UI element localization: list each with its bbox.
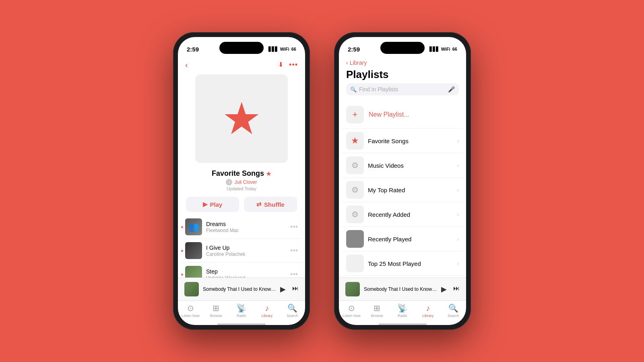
song-star-indicator: ★	[180, 225, 184, 229]
tab-label-search-1: Search	[287, 314, 298, 318]
album-art: ★	[195, 74, 288, 163]
list-item[interactable]: ★ Favorite Songs ›	[342, 129, 463, 153]
list-item[interactable]: ★ 👥 Dreams Fleetwood Mac •••	[181, 215, 302, 239]
library-icon-2: ♪	[426, 304, 430, 313]
mini-forward-button-1[interactable]: ⏭	[292, 285, 299, 294]
song-thumb-givegup	[185, 242, 202, 259]
more-button-1[interactable]: •••	[289, 61, 298, 69]
mini-player-song-2: Somebody That I Used to Know (...	[364, 286, 437, 292]
list-item[interactable]: ⚙ Recently Added ›	[342, 202, 463, 227]
playlists-header: ‹ Library Playlists 🔍 Find in Playlists …	[339, 58, 466, 101]
status-icons-2: ▋▋▋ WiFi 66	[429, 47, 457, 52]
list-item[interactable]: ★ Step Vampire Weekend •••	[181, 263, 302, 278]
list-item[interactable]: Recently Played ›	[342, 227, 463, 251]
shuffle-button[interactable]: ⇄ Shuffle	[244, 197, 297, 212]
tab-listen-now-1[interactable]: ⊙ Listen Now	[178, 303, 203, 318]
song-info-step: Step Vampire Weekend	[206, 268, 286, 278]
search-bar-2[interactable]: 🔍 Find in Playlists 🎤	[346, 83, 459, 95]
playlist-thumb-favorites: ★	[346, 132, 364, 150]
wifi-icon-1: WiFi	[280, 47, 289, 51]
back-chevron-2: ‹	[346, 60, 348, 66]
browse-icon-1: ⊞	[213, 303, 219, 313]
dynamic-island-2	[380, 42, 425, 54]
new-playlist-item[interactable]: + New Playlist...	[342, 101, 463, 129]
back-button-1[interactable]: ‹	[185, 60, 188, 70]
mini-player-thumb-1	[184, 282, 199, 296]
chevron-right-recently-played: ›	[457, 236, 459, 242]
mini-player-controls-2: ▶ ⏭	[441, 285, 460, 294]
song-thumb-step	[185, 266, 202, 278]
phone-2-screen: 2:59 ▋▋▋ WiFi 66 ‹ Library Playlists 🔍 F…	[339, 37, 466, 325]
gear-icon-top-rated: ⚙	[351, 185, 359, 195]
tab-label-search-2: Search	[448, 314, 459, 318]
new-playlist-icon: +	[346, 106, 364, 123]
mini-forward-button-2[interactable]: ⏭	[453, 285, 460, 294]
nav-icons-right-1: ⬇ •••	[278, 61, 298, 69]
tab-radio-1[interactable]: 📡 Radio	[229, 303, 254, 318]
tab-browse-1[interactable]: ⊞ Browse	[203, 303, 229, 318]
mic-icon-2[interactable]: 🎤	[448, 86, 455, 93]
home-indicator-2	[378, 323, 427, 325]
chevron-right-favorites: ›	[457, 138, 459, 144]
search-icon-1: 🔍	[287, 303, 297, 313]
mini-player-controls-1: ▶ ⏭	[280, 285, 299, 294]
shuffle-icon: ⇄	[256, 201, 262, 208]
tab-browse-2[interactable]: ⊞ Browse	[364, 303, 390, 318]
play-icon: ▶	[203, 201, 208, 208]
list-item[interactable]: Top 25 Most Played ›	[342, 251, 463, 276]
tab-library-2[interactable]: ♪ Library	[415, 304, 441, 318]
playlist-thumb-recently-played	[346, 230, 364, 248]
song-more-givegup[interactable]: •••	[290, 247, 298, 255]
song-more-step[interactable]: •••	[290, 270, 298, 278]
status-time-2: 2:59	[348, 46, 360, 53]
play-button[interactable]: ▶ Play	[186, 197, 239, 212]
playlist-info: Favorite Songs ★ J Juli Clover Updated T…	[178, 167, 305, 193]
mini-play-button-1[interactable]: ▶	[280, 285, 286, 294]
radio-icon-2: 📡	[397, 303, 407, 313]
list-item[interactable]	[342, 276, 463, 278]
playlist-title-star: ★	[266, 171, 271, 177]
favorites-star-icon: ★	[351, 136, 359, 146]
back-label-2: Library	[350, 60, 367, 66]
listen-now-icon-1: ⊙	[187, 303, 194, 313]
mini-player-1[interactable]: Somebody That I Used to Know (... ▶ ⏭	[178, 278, 305, 300]
status-icons-1: ▋▋▋ WiFi 66	[268, 47, 296, 52]
playlist-thumb-music-videos: ⚙	[346, 156, 364, 174]
chevron-right-recently-added: ›	[457, 211, 459, 218]
song-more-dreams[interactable]: •••	[290, 223, 298, 231]
tab-listen-now-2[interactable]: ⊙ Listen Now	[339, 303, 364, 318]
list-item[interactable]: ⚙ Music Videos ›	[342, 153, 463, 178]
tab-radio-2[interactable]: 📡 Radio	[390, 303, 415, 318]
tab-label-browse-2: Browse	[371, 314, 383, 318]
download-button-1[interactable]: ⬇	[278, 61, 283, 69]
wifi-icon-2: WiFi	[441, 47, 450, 51]
album-art-container: ★	[178, 73, 305, 167]
tab-search-2[interactable]: 🔍 Search	[441, 303, 466, 318]
tab-library-1[interactable]: ♪ Library	[254, 304, 280, 318]
list-item[interactable]: ⚙ My Top Rated ›	[342, 178, 463, 202]
tab-search-1[interactable]: 🔍 Search	[280, 303, 305, 318]
phone-1: 2:59 ▋▋▋ WiFi 66 ‹ ⬇ ••• ★	[173, 32, 310, 330]
playlist-thumb-top-rated: ⚙	[346, 181, 364, 199]
tab-label-radio-1: Radio	[237, 314, 246, 318]
tab-label-radio-2: Radio	[398, 314, 407, 318]
list-item[interactable]: ★ I Give Up Caroline Polachek •••	[181, 239, 302, 263]
tab-label-browse-1: Browse	[210, 314, 222, 318]
phones-container: 2:59 ▋▋▋ WiFi 66 ‹ ⬇ ••• ★	[173, 32, 471, 330]
status-time-1: 2:59	[187, 46, 199, 53]
playlist-thumb-top25	[346, 255, 364, 272]
playlists-page-title: Playlists	[346, 68, 459, 81]
playlist-title: Favorite Songs ★	[186, 169, 297, 178]
star-icon-large: ★	[222, 97, 262, 141]
back-nav-2[interactable]: ‹ Library	[346, 60, 459, 66]
mini-play-button-2[interactable]: ▶	[441, 285, 447, 294]
search-bar-icon-2: 🔍	[350, 86, 357, 93]
song-star-indicator: ★	[180, 249, 184, 253]
action-buttons: ▶ Play ⇄ Shuffle	[178, 193, 305, 215]
tab-bar-2: ⊙ Listen Now ⊞ Browse 📡 Radio ♪ Library …	[339, 300, 466, 322]
search-icon-2: 🔍	[448, 303, 458, 313]
gear-icon-recently-added: ⚙	[351, 210, 359, 219]
mini-player-2[interactable]: Somebody That I Used to Know (... ▶ ⏭	[339, 278, 466, 300]
playlist-author: J Juli Clover	[186, 179, 297, 185]
playlists-list: + New Playlist... ★ Favorite Songs › ⚙	[339, 101, 466, 278]
